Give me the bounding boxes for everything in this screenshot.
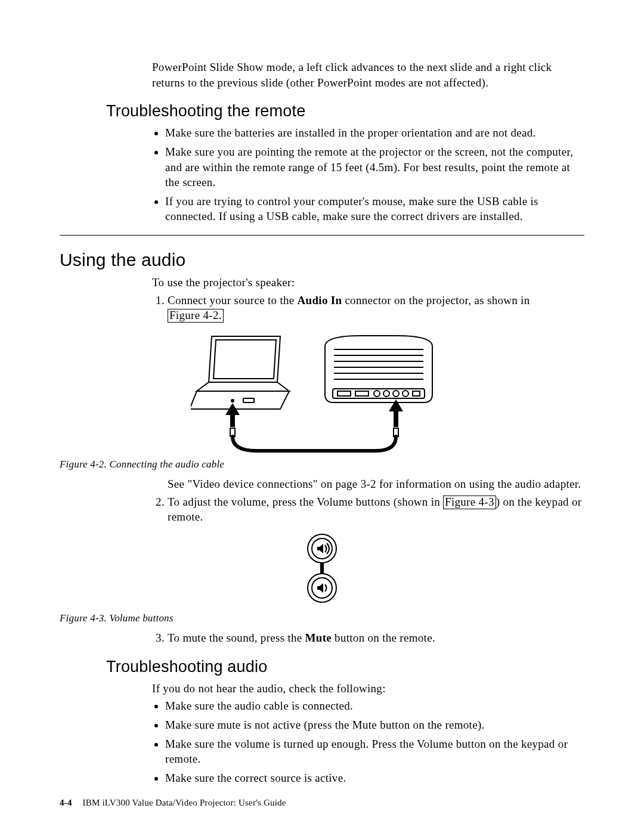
list-item: Make sure the batteries are installed in… [165,125,584,141]
svg-point-17 [393,391,399,397]
svg-point-16 [383,391,389,397]
after-fig42-para: See "Video device connections" on page 3… [168,476,584,492]
figure-4-3 [60,533,584,608]
page-number: 4-4 [60,798,72,807]
step1-pre: Connect your source to the [168,294,298,306]
heading-using-audio: Using the audio [60,250,584,270]
figure-4-2-caption: Figure 4-2. Connecting the audio cable [60,459,584,470]
step3-pre: To mute the sound, press the [168,631,305,644]
audio-cable-illustration [191,332,453,454]
list-item: Make sure the correct source is active. [165,770,584,786]
svg-rect-13 [338,391,351,396]
audio-intro: To use the projector's speaker: [152,275,584,290]
list-item: Connect your source to the Audio In conn… [168,293,584,323]
svg-marker-2 [191,391,289,409]
footer-title: IBM iLV300 Value Data/Video Projector: U… [83,798,286,807]
step3-bold: Mute [305,631,332,644]
page-footer: 4-4 IBM iLV300 Value Data/Video Projecto… [60,798,584,808]
figure-4-3-caption: Figure 4-3. Volume buttons [60,612,584,624]
step3-post: button on the remote. [332,631,435,644]
page: PowerPoint Slide Show mode, a left click… [0,0,644,833]
list-item: Make sure you are pointing the remote at… [165,144,584,190]
section-divider [60,235,584,236]
figure-4-2 [60,332,584,454]
heading-troubleshooting-audio: Troubleshooting audio [106,658,584,676]
svg-rect-26 [320,563,324,574]
svg-rect-4 [243,398,254,402]
audio-steps-2: To adjust the volume, press the Volume b… [152,494,584,525]
audio-trouble-bullets: Make sure the audio cable is connected. … [152,698,584,785]
svg-point-18 [402,391,408,397]
svg-marker-21 [389,400,403,427]
volume-buttons-illustration [304,533,340,608]
svg-marker-3 [197,382,289,391]
step1-post: connector on the projector, as shown in [342,294,530,306]
audio-steps-1: Connect your source to the Audio In conn… [152,293,584,323]
svg-marker-1 [213,340,276,379]
figure-4-3-link[interactable]: Figure 4-3 [443,496,496,509]
step1-bold: Audio In [298,294,342,306]
heading-troubleshooting-remote: Troubleshooting the remote [106,102,584,120]
audio-trouble-intro: If you do not hear the audio, check the … [152,681,584,696]
list-item: If you are trying to control your comput… [165,194,584,224]
figure-4-2-link[interactable]: Figure 4-2. [168,309,224,323]
audio-steps-3: To mute the sound, press the Mute button… [152,630,584,646]
list-item: To mute the sound, press the Mute button… [168,630,584,646]
intro-paragraph: PowerPoint Slide Show mode, a left click… [152,60,584,90]
remote-bullet-list: Make sure the batteries are installed in… [152,125,584,224]
list-item: Make sure the volume is turned up enough… [165,736,584,767]
svg-point-5 [231,400,234,402]
list-item: To adjust the volume, press the Volume b… [168,494,584,525]
list-item: Make sure mute is not active (press the … [165,717,584,733]
svg-rect-14 [355,391,369,396]
step2-pre: To adjust the volume, press the Volume b… [168,496,443,508]
list-item: Make sure the audio cable is connected. [165,698,584,714]
svg-point-15 [374,391,380,397]
svg-rect-19 [413,391,420,396]
